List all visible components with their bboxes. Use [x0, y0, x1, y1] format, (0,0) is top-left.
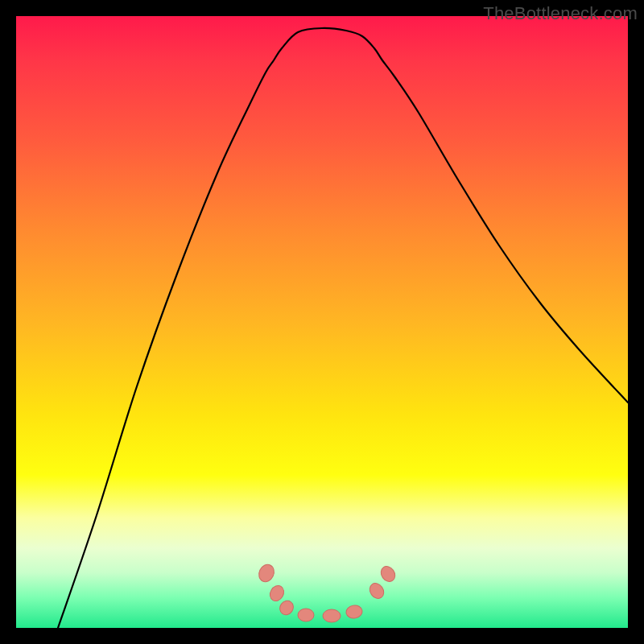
curve-markers — [256, 562, 398, 622]
curve-marker — [323, 609, 341, 622]
curve-line — [58, 28, 628, 628]
curve-marker — [256, 562, 277, 584]
chart-frame — [16, 16, 628, 628]
curve-marker — [378, 564, 398, 584]
curve-marker — [298, 609, 314, 621]
curve-marker — [367, 580, 387, 601]
curve-marker — [345, 604, 363, 619]
bottleneck-curve — [16, 16, 628, 628]
curve-marker — [277, 598, 295, 617]
watermark-text: TheBottleneck.com — [483, 3, 638, 24]
curve-marker — [267, 583, 287, 603]
